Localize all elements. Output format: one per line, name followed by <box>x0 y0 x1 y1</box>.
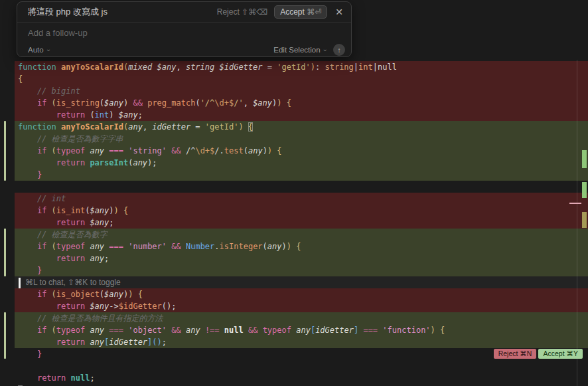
code-line: if (is_int($any)) { <box>15 205 588 217</box>
code-line: if (is_object($any)) { <box>15 288 588 300</box>
diff-added-gutter-bar <box>4 121 6 181</box>
followup-input[interactable]: Add a follow-up <box>17 23 351 43</box>
overview-cursor-mark <box>569 203 581 204</box>
diff-added-gutter-bar <box>4 312 6 359</box>
reject-shortcut: ⇧⌘⌫ <box>242 7 267 17</box>
code-line <box>15 181 588 193</box>
code-line: if (typeof any === 'number' && Number.is… <box>15 241 588 252</box>
chevron-down-icon: ⌄ <box>323 45 328 52</box>
code-line: } <box>15 264 588 276</box>
code-line: function anyToScalarId(mixed $any, strin… <box>15 61 588 73</box>
prompt-footer-row: Auto⌄ Edit Selection⌄ ↑ <box>17 43 351 57</box>
arrow-up-icon: ↑ <box>337 46 341 54</box>
code-line: if (typeof any === 'string' && /^\d+$/.t… <box>15 145 588 157</box>
diff-added-gutter-bar <box>4 229 6 276</box>
overview-mark-added <box>582 150 587 168</box>
code-line: if (typeof any === 'object' && any !== n… <box>15 324 588 336</box>
diff-reject-label: Reject <box>498 349 518 357</box>
code-line: return any; <box>15 252 588 264</box>
code-line: function anyToScalarId(any, idGetter = '… <box>15 121 588 133</box>
diff-reject-shortcut: ⌘N <box>520 349 532 357</box>
code-line: return null; <box>15 372 588 384</box>
code-line: // 檢查是否為物件且有指定的方法 <box>15 312 588 324</box>
model-selector-label: Auto <box>28 46 44 54</box>
diff-reject-button[interactable]: Reject ⌘N <box>494 349 537 359</box>
prompt-accept-button[interactable]: Accept ⌘⏎ <box>274 5 327 19</box>
chevron-down-icon: ⌄ <box>46 45 51 52</box>
code-line: return $any; <box>15 217 588 229</box>
prompt-text: 將這段 php 改寫成 js <box>28 6 217 18</box>
inline-edit-prompt-panel: 將這段 php 改寫成 js Reject ⇧⌘⌫ Accept ⌘⏎ ✕ Ad… <box>17 1 352 57</box>
submit-button[interactable]: ↑ <box>333 44 345 56</box>
diff-accept-label: Accept <box>543 349 564 357</box>
model-selector[interactable]: Auto⌄ <box>28 46 51 54</box>
prompt-header-row: 將這段 php 改寫成 js Reject ⇧⌘⌫ Accept ⌘⏎ ✕ <box>17 2 351 23</box>
code-editor[interactable]: function anyToScalarId(mixed $any, strin… <box>0 57 588 386</box>
overview-mark-modified <box>582 212 587 228</box>
code-line <box>15 360 588 372</box>
mode-selector-label: Edit Selection <box>273 46 320 54</box>
overview-mark-added <box>582 182 587 198</box>
diff-code-lines: function anyToScalarId(mixed $any, strin… <box>15 61 588 386</box>
code-line: // bigint <box>15 85 588 97</box>
diff-accept-button[interactable]: Accept ⌘Y <box>538 349 583 359</box>
inline-hint-line: ⌘L to chat, ⇧⌘K to toggle <box>15 276 588 288</box>
code-line: return $any->$idGetter(); <box>15 300 588 312</box>
code-line: } <box>15 169 588 181</box>
close-icon[interactable]: ✕ <box>335 7 343 17</box>
code-line: if (is_string($any) && preg_match('/^\d+… <box>15 97 588 109</box>
prompt-reject-button[interactable]: Reject ⇧⌘⌫ <box>217 7 267 17</box>
code-line: // 檢查是否為數字 <box>15 229 588 241</box>
accept-label: Accept <box>280 7 305 17</box>
followup-placeholder: Add a follow-up <box>28 28 88 38</box>
column-ruler-line <box>577 60 577 386</box>
reject-label: Reject <box>217 7 240 17</box>
keyboard-hint-text: ⌘L to chat, ⇧⌘K to toggle <box>25 278 121 287</box>
code-line: { <box>15 73 588 85</box>
text-cursor <box>19 278 21 288</box>
editor-screen: function anyToScalarId(mixed $any, strin… <box>0 0 588 386</box>
diff-hunk-actions: Reject ⌘N Accept ⌘Y <box>494 349 583 359</box>
code-line: return any[idGetter](); <box>15 336 588 348</box>
code-line: // int <box>15 193 588 205</box>
code-line: return (int) $any; <box>15 109 588 121</box>
mode-selector[interactable]: Edit Selection⌄ <box>273 46 328 54</box>
code-line: return parseInt(any); <box>15 157 588 169</box>
diff-accept-shortcut: ⌘Y <box>566 349 578 357</box>
accept-shortcut: ⌘⏎ <box>307 7 321 17</box>
code-line: // 檢查是否為數字字串 <box>15 133 588 145</box>
